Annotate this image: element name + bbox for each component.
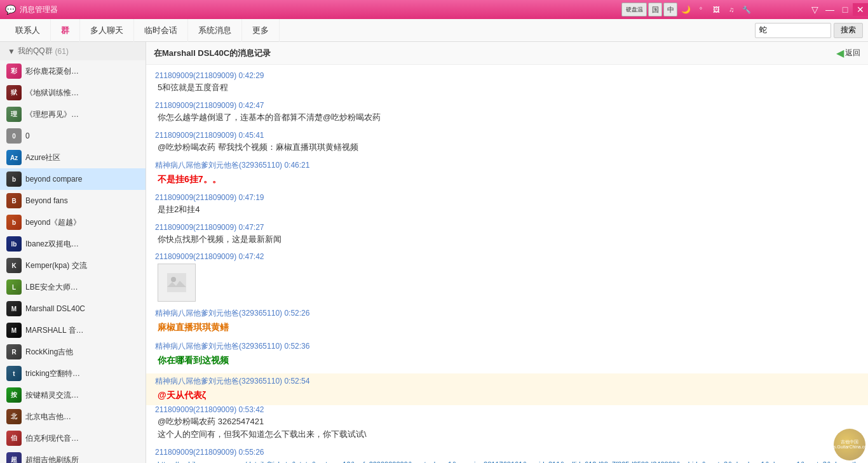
content-title: 在Marshall DSL40C的消息记录 — [154, 48, 271, 59]
msg-link[interactable]: https://mobile.qzone.qq.com/details?tick… — [155, 458, 859, 463]
media-icon[interactable]: 🖼 — [709, 3, 723, 17]
degree-icon[interactable]: ° — [694, 3, 708, 17]
section-label: 我的QQ群 — [18, 46, 53, 57]
msg-timestamp: 211809009(211809009) 0:55:26 — [155, 448, 859, 457]
msg-timestamp: 精神病八屌他爹刘元他爸(329365110) 0:52:26 — [155, 308, 859, 319]
avatar-g10: K — [6, 258, 22, 273]
msg-text: 麻椒直播琪琪黄鳝 — [155, 320, 859, 334]
lang-icon[interactable]: 国 — [648, 3, 662, 17]
settings-icon[interactable]: 🔧 — [740, 3, 754, 17]
avatar-g18: 伯 — [6, 431, 22, 446]
search-area: 搜索 — [755, 23, 863, 38]
message-m4: 精神病八屌他爹刘元他爸(329365110) 0:46:21 不是挂6挂7。。 — [155, 160, 859, 186]
sidebar-item-g17[interactable]: 北 北京电吉他… — [0, 406, 146, 427]
sidebar-item-g18[interactable]: 伯 伯克利现代音… — [0, 427, 146, 449]
msg-text-line2: 这个人的空间有，但我不知道怎么下载出来，你下载试试\ — [155, 428, 859, 441]
group-name-g2: 《地狱训练惟… — [25, 88, 79, 98]
avatar-g7: B — [6, 193, 22, 208]
sidebar-item-g16[interactable]: 按 按键精灵交流… — [0, 384, 146, 406]
message-m7: 211809009(211809009) 0:47:42 — [155, 252, 859, 302]
message-m11: 211809009(211809009) 0:53:42 @吃炒粉喝农药 326… — [155, 405, 859, 442]
msg-timestamp: 211809009(211809009) 0:47:27 — [155, 223, 859, 232]
tab-contacts[interactable]: 联系人 — [5, 19, 51, 42]
sidebar-item-g1[interactable]: 彩 彩你鹿花粟创… — [0, 60, 146, 82]
sidebar-item-g11[interactable]: L LBE安全大师… — [0, 276, 146, 298]
msg-timestamp: 211809009(211809009) 0:53:42 — [155, 405, 859, 414]
group-name-g18: 伯克利现代音… — [25, 433, 79, 444]
search-input[interactable] — [755, 23, 831, 38]
tab-groups[interactable]: 群 — [51, 19, 80, 42]
sidebar-item-g4[interactable]: 0 0 — [0, 125, 146, 147]
avatar-g1: 彩 — [6, 64, 22, 79]
sidebar-item-g19[interactable]: 超 超细吉他刷练所 — [0, 449, 146, 463]
group-name-g6: beyond compare — [25, 175, 82, 184]
message-m10: 精神病八屌他爹刘元他爸(329365110) 0:52:54 @天从代表ζ — [146, 373, 868, 405]
sidebar-item-g13[interactable]: M MARSHALL 音… — [0, 319, 146, 341]
content-header: 在Marshall DSL40C的消息记录 ◀ 返回 — [146, 42, 868, 65]
sidebar-item-g12[interactable]: M Marshall DSL40C — [0, 298, 146, 319]
input-method-icon[interactable]: 中 — [663, 3, 677, 17]
window-controls: ▽ — □ ✕ — [807, 0, 868, 19]
sidebar-item-g15[interactable]: t tricking空翻特… — [0, 363, 146, 384]
watermark: 吉他中国bbs.GuitarChina.com — [834, 429, 865, 460]
sidebar-item-g3[interactable]: 理 《理想再见》… — [0, 104, 146, 125]
sidebar-item-g8[interactable]: b beyond《超越》 — [0, 211, 146, 233]
group-name-g13: MARSHALL 音… — [25, 325, 84, 336]
system-tray: 硬盘温 国 中 🌙 ° 🖼 ♫ 🔧 — [621, 0, 754, 19]
avatar-g19: 超 — [6, 452, 22, 463]
message-m9: 精神病八屌他爹刘元他爸(329365110) 0:52:36 你在哪看到这视频 — [155, 341, 859, 367]
group-name-g5: Azure社区 — [25, 152, 60, 163]
sidebar-item-g5[interactable]: Az Azure社区 — [0, 147, 146, 168]
group-name-g1: 彩你鹿花粟创… — [25, 66, 79, 77]
hdd-temp-icon[interactable]: 硬盘温 — [621, 3, 647, 17]
back-button[interactable]: ◀ 返回 — [836, 47, 860, 59]
group-name-g14: RockKing吉他 — [25, 347, 73, 358]
group-name-g8: beyond《超越》 — [25, 217, 81, 228]
sidebar-item-g2[interactable]: 狱 《地狱训练惟… — [0, 82, 146, 104]
image-placeholder — [158, 264, 196, 302]
nav-tabs: 联系人 群 多人聊天 临时会话 系统消息 更多 搜索 — [0, 19, 868, 42]
section-myqq-header[interactable]: ▼ 我的QQ群 (61) — [0, 42, 146, 60]
msg-link-anchor[interactable]: https://mobile.qzone.qq.com/details?tick… — [158, 460, 858, 463]
avatar-g13: M — [6, 323, 22, 338]
app-title: 消息管理器 — [20, 4, 58, 15]
close-btn[interactable]: ✕ — [853, 3, 868, 16]
minimize-btn[interactable]: — — [822, 3, 837, 16]
msg-timestamp: 211809009(211809009) 0:47:42 — [155, 252, 859, 261]
search-button[interactable]: 搜索 — [834, 23, 863, 38]
group-name-g3: 《理想再见》… — [25, 109, 79, 120]
msg-text-line1: @吃炒粉喝农药 3262547421 — [155, 415, 859, 429]
sidebar-item-g10[interactable]: K Kemper(kpa) 交流 — [0, 255, 146, 276]
music-icon[interactable]: ♫ — [724, 3, 738, 17]
sidebar-item-g14[interactable]: R RockKing吉他 — [0, 341, 146, 363]
msg-text: 你怎么越学越倒退了，连基本的音都算不清楚@吃炒粉喝农药 — [155, 111, 859, 124]
group-name-g17: 北京电吉他… — [25, 412, 71, 422]
sidebar-item-g7[interactable]: B Beyond fans — [0, 190, 146, 211]
avatar-g17: 北 — [6, 409, 22, 424]
svg-rect-0 — [167, 273, 186, 292]
sidebar-item-g6[interactable]: b beyond compare — [0, 168, 146, 190]
svg-point-1 — [171, 277, 176, 282]
tab-multichat[interactable]: 多人聊天 — [80, 19, 134, 42]
msg-timestamp: 211809009(211809009) 0:45:41 — [155, 131, 859, 140]
dropdown-btn[interactable]: ▽ — [807, 3, 822, 16]
main-area: ▼ 我的QQ群 (61) 彩 彩你鹿花粟创… 狱 《地狱训练惟… 理 《理想再见… — [0, 42, 868, 463]
moon-icon[interactable]: 🌙 — [679, 3, 693, 17]
tab-tempchat[interactable]: 临时会话 — [134, 19, 188, 42]
content-area: 在Marshall DSL40C的消息记录 ◀ 返回 211809009(211… — [146, 42, 868, 463]
group-name-g10: Kemper(kpa) 交流 — [25, 260, 87, 271]
back-arrow-icon: ◀ — [836, 47, 844, 59]
tab-more[interactable]: 更多 — [242, 19, 280, 42]
section-myqq: ▼ 我的QQ群 (61) 彩 彩你鹿花粟创… 狱 《地狱训练惟… 理 《理想再见… — [0, 42, 146, 463]
tab-sysmsg[interactable]: 系统消息 — [188, 19, 242, 42]
maximize-btn[interactable]: □ — [837, 3, 853, 16]
group-name-g19: 超细吉他刷练所 — [25, 455, 79, 464]
avatar-g8: b — [6, 215, 22, 230]
sidebar-item-g9[interactable]: Ib Ibanez双摇电… — [0, 233, 146, 255]
avatar-g15: t — [6, 366, 22, 381]
message-m12: 211809009(211809009) 0:55:26 https://mob… — [155, 448, 859, 463]
avatar-g4: 0 — [6, 128, 22, 144]
msg-text: @天从代表ζ — [155, 388, 859, 402]
msg-text: 5和弦就是五度音程 — [155, 81, 859, 95]
msg-timestamp: 精神病八屌他爹刘元他爸(329365110) 0:46:21 — [155, 160, 859, 171]
